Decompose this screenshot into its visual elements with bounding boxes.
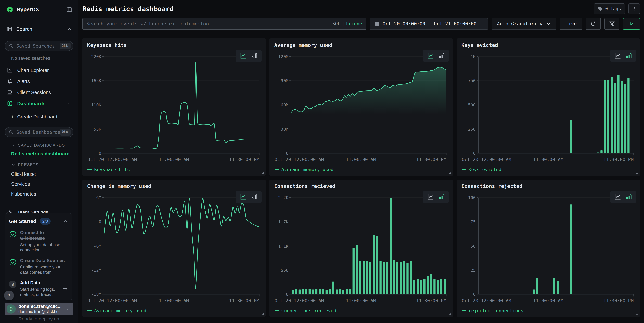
preset-kubernetes[interactable]: Kubernetes bbox=[11, 191, 78, 197]
event-search-input[interactable] bbox=[86, 21, 332, 27]
granularity-select[interactable]: Auto Granularity bbox=[492, 18, 556, 30]
user-email: dominic.tran@clickho... bbox=[18, 309, 65, 314]
chevron-down-icon bbox=[11, 143, 16, 147]
user-menu[interactable]: D dominic.tran@clic... dominic.tran@clic… bbox=[4, 303, 74, 316]
line-view-button[interactable] bbox=[614, 194, 621, 200]
svg-text:120M: 120M bbox=[278, 54, 288, 59]
preset-services[interactable]: Services bbox=[11, 181, 78, 187]
resize-handle[interactable] bbox=[635, 171, 638, 174]
bar-view-button[interactable] bbox=[252, 53, 258, 59]
bar-view-button[interactable] bbox=[439, 53, 445, 59]
play-icon bbox=[629, 21, 634, 27]
sidebar-item-alerts[interactable]: Alerts bbox=[0, 76, 78, 87]
event-searchbox[interactable]: SQL | Lucene bbox=[82, 18, 366, 30]
preset-clickhouse[interactable]: ClickHouse bbox=[11, 171, 78, 177]
line-view-button[interactable] bbox=[240, 194, 247, 200]
create-dashboard-button[interactable]: + Create Dashboard bbox=[0, 111, 78, 122]
resize-handle[interactable] bbox=[261, 171, 264, 174]
chart-canvas[interactable]: 1K7505002500Oct 20 12:00:00 AM11:00:00 A… bbox=[462, 54, 635, 164]
chart-canvas[interactable]: 220K165K110K55K0Oct 20 12:00:00 AM11:00:… bbox=[87, 54, 261, 164]
get-started-item-add-data[interactable]: 3 Add Data Start sending logs, metrics, … bbox=[9, 280, 68, 297]
line-view-button[interactable] bbox=[614, 53, 621, 59]
resize-handle[interactable] bbox=[261, 312, 264, 315]
dashboard-menu-button[interactable] bbox=[628, 3, 640, 14]
chevron-down-icon bbox=[546, 21, 551, 26]
legend-dash bbox=[462, 310, 466, 311]
refresh-button[interactable] bbox=[586, 18, 601, 30]
svg-text:110K: 110K bbox=[91, 103, 101, 107]
svg-text:11:30:00 PM: 11:30:00 PM bbox=[416, 298, 446, 303]
saved-searches-input[interactable] bbox=[16, 43, 60, 49]
svg-text:0: 0 bbox=[99, 219, 101, 224]
tags-button[interactable]: 0 Tags bbox=[594, 3, 625, 14]
chevron-up-icon[interactable] bbox=[67, 26, 72, 31]
sidebar-item-client-sessions[interactable]: Client Sessions bbox=[0, 87, 78, 98]
bar-view-button[interactable] bbox=[626, 53, 632, 59]
run-query-button[interactable] bbox=[623, 18, 640, 30]
svg-text:2.2K: 2.2K bbox=[278, 196, 288, 200]
date-range-picker[interactable]: Oct 20 00:00:00 - Oct 21 00:00:00 bbox=[370, 18, 488, 30]
saved-dashboards-input[interactable] bbox=[16, 130, 60, 135]
filter-button[interactable] bbox=[604, 18, 619, 30]
svg-text:550: 550 bbox=[281, 268, 288, 273]
no-saved-searches-text: No saved searches bbox=[11, 56, 78, 61]
tag-icon bbox=[598, 6, 603, 11]
avatar: D bbox=[6, 305, 16, 314]
sql-mode-toggle[interactable]: SQL bbox=[332, 21, 340, 26]
bell-icon bbox=[7, 78, 13, 84]
bar-view-button[interactable] bbox=[626, 194, 632, 200]
chart-title: Change in memory used bbox=[87, 183, 261, 189]
chart-canvas[interactable]: 6M0-6M-12M-18MOct 20 12:00:00 AM11:00:00… bbox=[87, 196, 261, 305]
filter-icon bbox=[609, 20, 615, 27]
chart-canvas[interactable]: 1007550250Oct 20 12:00:00 AM11:00:00 AM1… bbox=[462, 196, 635, 305]
collapse-sidebar-icon[interactable] bbox=[66, 6, 72, 13]
lucene-mode-toggle[interactable]: Lucene bbox=[346, 21, 362, 26]
svg-text:11:00:00 AM: 11:00:00 AM bbox=[346, 298, 376, 303]
line-view-button[interactable] bbox=[240, 53, 247, 59]
chart-panel-connections-recieved: Connections recieved 2.2K1.7K1.1K5500Oct… bbox=[270, 180, 453, 317]
svg-text:Oct 20 12:00:00 AM: Oct 20 12:00:00 AM bbox=[88, 157, 137, 162]
chart-canvas[interactable]: 120M90M60M30M0Oct 20 12:00:00 AM11:00:00… bbox=[274, 54, 448, 164]
svg-text:75: 75 bbox=[470, 219, 476, 224]
bar-view-button[interactable] bbox=[252, 194, 258, 200]
line-view-button[interactable] bbox=[427, 53, 434, 59]
search-section-label: Search bbox=[16, 26, 67, 32]
chart-legend: Keys evicted bbox=[462, 167, 635, 172]
dashboards-grid-icon bbox=[7, 101, 13, 107]
saved-searches-shortcut: ⌘K bbox=[60, 42, 70, 49]
get-started-item-sources[interactable]: Create Data Sources Configure where your… bbox=[9, 258, 68, 275]
saved-dashboards-group-header[interactable]: SAVED DASHBOARDS bbox=[11, 143, 78, 148]
chevron-up-icon[interactable] bbox=[67, 101, 72, 106]
chart-canvas[interactable]: 2.2K1.7K1.1K5500Oct 20 12:00:00 AM11:00:… bbox=[274, 196, 448, 305]
saved-dashboards-searchbox[interactable]: ⌘K bbox=[4, 127, 73, 137]
svg-text:30M: 30M bbox=[281, 127, 288, 132]
resize-handle[interactable] bbox=[635, 312, 638, 315]
presets-group-header[interactable]: PRESETS bbox=[11, 162, 78, 167]
resize-handle[interactable] bbox=[448, 312, 451, 315]
svg-text:-18M: -18M bbox=[91, 292, 101, 297]
sidebar-link-redis-dashboard[interactable]: Redis metrics dashboard bbox=[11, 151, 70, 157]
bar-view-button[interactable] bbox=[439, 194, 445, 200]
help-button[interactable]: ? bbox=[4, 291, 14, 300]
svg-text:0: 0 bbox=[473, 151, 476, 156]
svg-text:50: 50 bbox=[470, 244, 476, 249]
chart-title: Keyspace hits bbox=[87, 42, 261, 48]
line-chart-icon bbox=[7, 67, 13, 73]
get-started-item-connect[interactable]: Connect to ClickHouse Set up your databa… bbox=[9, 230, 68, 253]
logo-row: HyperDX bbox=[0, 0, 78, 13]
live-button[interactable]: Live bbox=[560, 18, 582, 30]
sidebar-item-dashboards[interactable]: Dashboards bbox=[0, 98, 78, 109]
sidebar-section-search[interactable]: Search bbox=[0, 25, 78, 33]
saved-searches-searchbox[interactable]: ⌘K bbox=[4, 41, 73, 51]
resize-handle[interactable] bbox=[448, 171, 451, 174]
svg-text:0: 0 bbox=[286, 151, 288, 156]
chevron-right-icon bbox=[65, 306, 70, 312]
legend-dash bbox=[88, 310, 92, 311]
sidebar-item-chart-explorer[interactable]: Chart Explorer bbox=[0, 65, 78, 76]
chevron-up-icon[interactable] bbox=[63, 219, 68, 224]
divider bbox=[0, 36, 78, 36]
query-toolbar: SQL | Lucene Oct 20 00:00:00 - Oct 21 00… bbox=[82, 18, 640, 30]
line-view-button[interactable] bbox=[427, 194, 434, 200]
chart-title: Connections recieved bbox=[274, 183, 448, 189]
svg-text:11:00:00 AM: 11:00:00 AM bbox=[533, 157, 563, 162]
